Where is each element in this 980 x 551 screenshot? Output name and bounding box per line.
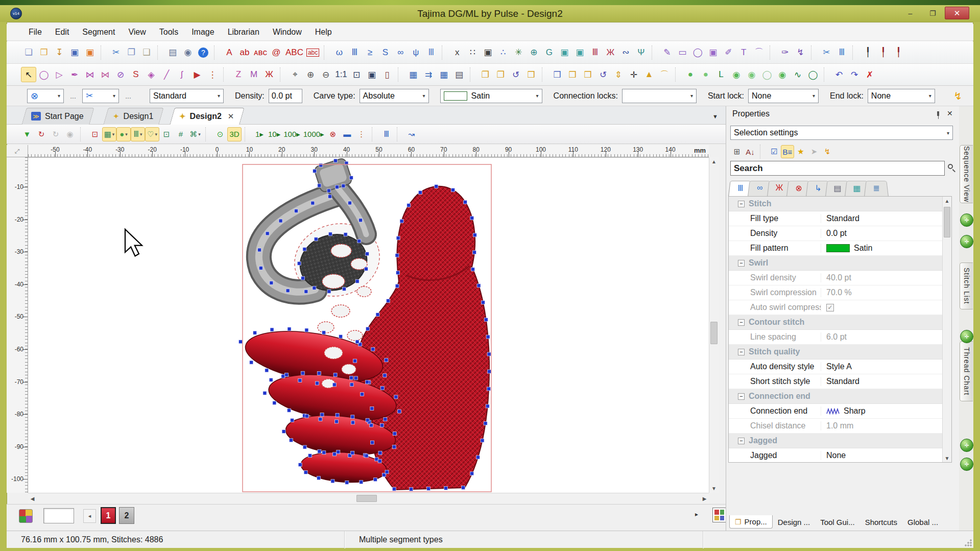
menu-librarian[interactable]: Librarian: [221, 28, 266, 37]
group-stitch[interactable]: −Stitch: [729, 197, 942, 211]
checkbox-checked[interactable]: ✓: [826, 304, 834, 312]
swan-tool-icon[interactable]: ∾: [618, 45, 633, 60]
rotate-left-icon[interactable]: ↺: [595, 67, 611, 82]
panel-tab-global[interactable]: Global ...: [902, 516, 943, 529]
vscroll-thumb[interactable]: [710, 322, 718, 344]
property-row[interactable]: JaggedNone: [729, 448, 942, 463]
tab-start-page[interactable]: ≫Start Page: [24, 108, 92, 125]
moss-stitch-icon[interactable]: ψ: [408, 45, 423, 60]
side-orb-button-1[interactable]: ✛: [960, 213, 973, 227]
search-icon[interactable]: [947, 163, 957, 173]
measure-green-icon[interactable]: L: [713, 67, 729, 82]
property-value[interactable]: ✓: [821, 304, 942, 312]
mirror-vertical-icon[interactable]: ⇕: [611, 67, 626, 82]
boxed-lettering-icon[interactable]: abc: [305, 45, 321, 60]
stitch-points-icon[interactable]: ⊡: [88, 127, 102, 141]
redo-icon[interactable]: ↷: [847, 67, 862, 82]
help-icon[interactable]: ?: [196, 45, 211, 60]
caps-lettering-icon[interactable]: ABC: [284, 45, 305, 60]
collapse-icon[interactable]: −: [738, 393, 745, 400]
property-row[interactable]: Auto density styleStyle A: [729, 360, 942, 374]
panel-tab-toolgui[interactable]: Tool Gui...: [815, 516, 860, 529]
s-curve-stitch-icon[interactable]: S: [377, 45, 393, 60]
panel-tab-shortcuts[interactable]: Shortcuts: [860, 516, 902, 529]
page-prev-button[interactable]: ◂: [83, 509, 96, 523]
property-row[interactable]: Swirl compression70.0 %: [729, 285, 942, 300]
red-stitches-icon[interactable]: Ж: [261, 67, 277, 82]
grid-settings-icon[interactable]: #: [174, 127, 188, 141]
horizontal-scrollbar[interactable]: ◀ ▶: [28, 493, 709, 504]
menu-file[interactable]: File: [22, 28, 49, 37]
outline-preview-icon[interactable]: ♡▾: [145, 127, 159, 141]
page-next-button[interactable]: ▸: [695, 511, 698, 518]
jump-curve-icon[interactable]: ↝: [404, 127, 419, 141]
pin-icon[interactable]: [935, 111, 942, 118]
stitch-bars-icon[interactable]: Ⅲ: [379, 127, 394, 141]
tab-layers[interactable]: ≣: [865, 180, 888, 196]
scroll-up-icon[interactable]: ▲: [709, 157, 719, 166]
m-circle-icon[interactable]: M: [246, 67, 261, 82]
apply-lightning-icon[interactable]: ↯: [821, 145, 834, 158]
pgrid-scroll-up-icon[interactable]: ▲: [943, 197, 951, 205]
outline-icon[interactable]: ◯: [805, 67, 821, 82]
zoom-tool-icon[interactable]: ⌖: [288, 67, 303, 82]
duplicate-plus-icon[interactable]: ❐: [493, 67, 508, 82]
freehand-tool-icon[interactable]: ↯: [793, 45, 808, 60]
quick-apply-lightning-icon[interactable]: ↯: [953, 90, 962, 102]
style-combo[interactable]: Standard▾: [150, 89, 224, 103]
knife-b-icon[interactable]: ʃ: [174, 67, 189, 82]
needle-a-icon[interactable]: ╿: [860, 45, 875, 60]
save-icon[interactable]: ▣: [67, 45, 82, 60]
carve-type-combo[interactable]: Absolute▾: [360, 89, 429, 103]
connection-locks-combo[interactable]: ▾: [622, 89, 697, 103]
lettering-icon[interactable]: A: [222, 45, 237, 60]
layout-grid-icon[interactable]: [712, 508, 726, 522]
step-1000-icon[interactable]: 1000▸: [302, 127, 326, 141]
design-canvas[interactable]: [28, 157, 709, 493]
weld-add-icon[interactable]: ●: [683, 67, 698, 82]
property-value[interactable]: Sharp: [821, 406, 942, 416]
chain-stitch-icon[interactable]: ∞: [393, 45, 408, 60]
property-value[interactable]: 6.0 pt: [821, 332, 942, 342]
y-tool-icon[interactable]: Ψ: [633, 45, 649, 60]
image-tool-icon[interactable]: ▣: [705, 45, 721, 60]
lasso-select-icon[interactable]: ◯: [36, 67, 52, 82]
actual-size-icon[interactable]: 1:1: [333, 67, 349, 82]
import-design-icon[interactable]: ↧: [52, 45, 67, 60]
stitch-edit-icon[interactable]: Ⅲ: [834, 45, 849, 60]
property-row[interactable]: Density0.0 pt: [729, 226, 942, 241]
panel-tab-prop[interactable]: ❐Prop...: [729, 515, 773, 529]
arc-tool-icon[interactable]: ⌒: [751, 45, 767, 60]
history-restore-icon[interactable]: ↺: [508, 67, 523, 82]
paste-icon[interactable]: ❑: [139, 45, 154, 60]
filter-funnel-icon[interactable]: ▼: [20, 127, 34, 141]
weld-subtract-icon[interactable]: ●: [698, 67, 713, 82]
search-input[interactable]: [731, 163, 944, 174]
v-circle-tool-icon[interactable]: ◈: [144, 67, 159, 82]
exclude-icon[interactable]: ◯: [759, 67, 775, 82]
panel-tab-design[interactable]: Design ...: [773, 516, 815, 529]
collapse-icon[interactable]: −: [738, 438, 745, 444]
copy-icon[interactable]: ❐: [124, 45, 139, 60]
arch-tool-icon[interactable]: ⌒: [657, 67, 672, 82]
tab-overflow-chevron-icon[interactable]: ▼: [712, 113, 718, 119]
fit-screen-icon[interactable]: ▣: [364, 67, 379, 82]
show-hidden-icon[interactable]: ◉: [63, 127, 77, 141]
side-tab-thread-chart[interactable]: Thread Chart: [960, 341, 973, 401]
cut-tool-more-button[interactable]: ...: [122, 90, 134, 102]
property-row[interactable]: Line spacing6.0 pt: [729, 330, 942, 345]
group-contour-stitch[interactable]: −Contour stitch: [729, 315, 942, 330]
selection-settings-combo[interactable]: Selection settings▾: [730, 126, 953, 140]
stitch-marks-icon[interactable]: Ⅲ: [587, 45, 603, 60]
property-value[interactable]: Standard: [821, 377, 942, 386]
g-fill-icon[interactable]: G: [541, 45, 557, 60]
stop-light-icon[interactable]: ⋮: [354, 127, 369, 141]
zoom-out-icon[interactable]: ⊖: [318, 67, 333, 82]
dropdown-arrow-icon[interactable]: ▾: [198, 132, 201, 137]
knife-a-icon[interactable]: ╱: [159, 67, 174, 82]
cross-stitch-icon[interactable]: ∷: [465, 45, 480, 60]
outline-view-icon[interactable]: ⊞: [730, 145, 744, 158]
side-orb-button-5[interactable]: ✛: [960, 458, 973, 471]
connection-type-combo[interactable]: ⊗▾: [27, 89, 64, 103]
cut-tool-combo[interactable]: ✂▾: [82, 89, 119, 103]
